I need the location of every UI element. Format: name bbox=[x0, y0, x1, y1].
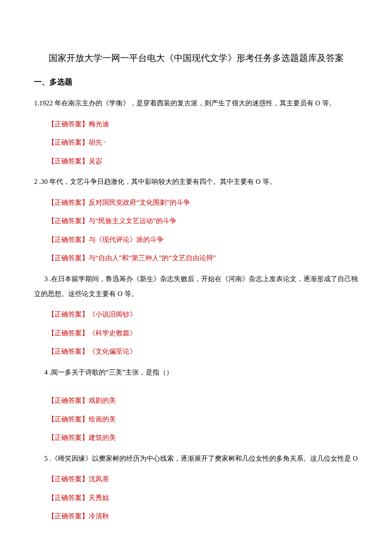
question-2: 2 .30 年代，文艺斗争日趋激化，其中影响较大的主要有四个。其中主要有 O 等… bbox=[34, 174, 358, 189]
question-4: 4 .闻一多关于诗歌的“三美”主张，是指（） bbox=[34, 365, 358, 380]
answer-text: 胡先 · bbox=[89, 139, 106, 146]
answer-text: 与“自由人”和“第三种人”的“文艺自由论辩” bbox=[89, 254, 216, 262]
answer-label: 【正确答案】 bbox=[48, 348, 89, 355]
question-1: 1.1922 年在南京主办的《学衡》，是穿着西装的复古派，则产生了很大的迷惑性，… bbox=[34, 96, 358, 110]
answer-text: 关秀姑 bbox=[89, 494, 109, 501]
answer-label: 【正确答案】 bbox=[48, 311, 89, 318]
answer-text: 绘画的美 bbox=[89, 416, 116, 423]
answer-text: 与“民族主义文艺运动”的斗争 bbox=[89, 217, 176, 224]
question-number: 5 . bbox=[44, 455, 51, 462]
answer-item: 【正确答案】吴宓 bbox=[48, 156, 358, 167]
answer-label: 【正确答案】 bbox=[48, 416, 89, 423]
answer-item: 【正确答案】胡先 · bbox=[48, 137, 358, 148]
answer-label: 【正确答案】 bbox=[48, 434, 89, 441]
answer-label: 【正确答案】 bbox=[48, 475, 89, 482]
answer-label: 【正确答案】 bbox=[48, 217, 89, 224]
answer-label: 【正确答案】 bbox=[48, 236, 89, 243]
answer-item: 【正确答案】沈凤喜 bbox=[48, 474, 358, 485]
answer-text: 戏剧的美 bbox=[89, 397, 116, 404]
answer-item: 【正确答案】与“自由人”和“第三种人”的“文艺自由论辩” bbox=[48, 253, 358, 264]
answer-item: 【正确答案】与《现代评论》派的斗争 bbox=[48, 234, 358, 245]
answer-item: 【正确答案】关秀姑 bbox=[48, 492, 358, 503]
answer-label: 【正确答案】 bbox=[48, 120, 89, 128]
question-number: 4 . bbox=[44, 369, 51, 376]
answer-label: 【正确答案】 bbox=[48, 329, 89, 337]
answer-item: 【正确答案】绘画的美 bbox=[48, 414, 358, 425]
answer-text: 建筑的美 bbox=[89, 434, 116, 441]
page-title: 国家开放大学一网一平台电大《中国现代文学》形考任务多选题题库及答案 bbox=[34, 51, 358, 66]
question-text: 闻一多关于诗歌的“三美”主张，是指（） bbox=[51, 369, 173, 376]
answer-text: 反对国民党政府“文化围剿”的斗争 bbox=[89, 199, 190, 206]
answer-item: 【正确答案】《文化偏至论》 bbox=[48, 346, 358, 357]
answer-text: 吴宓 bbox=[89, 157, 102, 165]
question-text: 《啼笑因缘》以樊家树的经历为中心线索，逐渐展开了樊家树和几位女性的多角关系。这几… bbox=[51, 455, 358, 462]
question-text: 30 年代，文艺斗争日趋激化，其中影响较大的主要有四个。其中主要有 O 等。 bbox=[41, 178, 276, 185]
answer-label: 【正确答案】 bbox=[48, 494, 89, 501]
answer-text: 《科学史教篇》 bbox=[89, 329, 136, 337]
answer-label: 【正确答案】 bbox=[48, 199, 89, 206]
answer-label: 【正确答案】 bbox=[48, 397, 89, 404]
answer-label: 【正确答案】 bbox=[48, 157, 89, 165]
answer-label: 【正确答案】 bbox=[48, 512, 89, 520]
question-number: 3 . bbox=[44, 275, 51, 282]
answer-item: 【正确答案】《小说旧闻钞》 bbox=[48, 309, 358, 320]
answer-text: 沈凤喜 bbox=[89, 475, 109, 482]
answer-text: 冷清秋 bbox=[89, 512, 109, 520]
answer-item: 【正确答案】建筑的美 bbox=[48, 432, 358, 443]
answer-item: 【正确答案】《科学史教篇》 bbox=[48, 328, 358, 339]
question-5: 5 .《啼笑因缘》以樊家树的经历为中心线索，逐渐展开了樊家树和几位女性的多角关系… bbox=[34, 451, 358, 466]
answer-item: 【正确答案】与“民族主义文艺运动”的斗争 bbox=[48, 215, 358, 227]
answer-item: 【正确答案】戏剧的美 bbox=[48, 395, 358, 406]
answer-label: 【正确答案】 bbox=[48, 254, 89, 262]
question-text: 在日本留学期间，鲁迅筹办《新生》杂志失败后，开始在《河南》杂志上发表论文，逐渐形… bbox=[34, 275, 358, 297]
answer-item: 【正确答案】反对国民党政府“文化围剿”的斗争 bbox=[48, 197, 358, 208]
answer-text: 梅光迪 bbox=[89, 120, 109, 128]
answer-label: 【正确答案】 bbox=[48, 139, 89, 146]
question-3: 3 .在日本留学期间，鲁迅筹办《新生》杂志失败后，开始在《河南》杂志上发表论文，… bbox=[34, 271, 358, 301]
answer-text: 与《现代评论》派的斗争 bbox=[89, 236, 164, 243]
answer-text: 《小说旧闻钞》 bbox=[89, 311, 136, 318]
question-number: 2 . bbox=[34, 178, 41, 185]
answer-item: 【正确答案】冷清秋 bbox=[48, 511, 358, 522]
answer-item: 【正确答案】梅光迪 bbox=[48, 119, 358, 130]
question-text: 1922 年在南京主办的《学衡》，是穿着西装的复古派，则产生了很大的迷惑性，其主… bbox=[39, 99, 336, 107]
answer-text: 《文化偏至论》 bbox=[89, 348, 136, 355]
question-number: 1. bbox=[34, 99, 39, 107]
section-heading: 一、多选题 bbox=[34, 76, 358, 88]
